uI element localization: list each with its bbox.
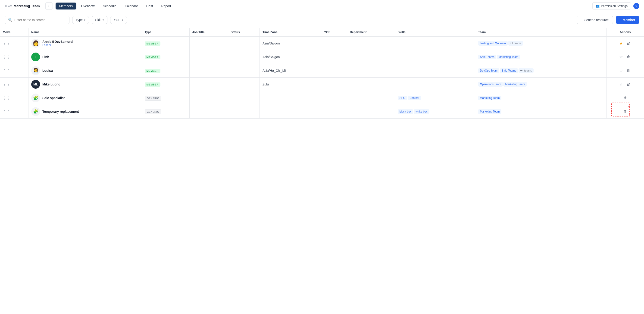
member-name: Linh: [42, 55, 49, 59]
cell-skills: SEOContent: [395, 91, 475, 105]
cell-job-title: [189, 50, 228, 64]
cell-status: [228, 91, 260, 105]
search-input[interactable]: [14, 18, 61, 22]
col-yoe: YOE: [321, 28, 347, 36]
cell-move: ⋮⋮: [0, 64, 28, 78]
cell-yoe: [321, 105, 347, 118]
cell-actions: ☆ 🗑: [606, 64, 644, 78]
member-name: Annie@DevSamurai: [42, 40, 73, 44]
cell-actions: 🗑: [606, 91, 644, 105]
type-badge: MEMBER: [145, 82, 160, 86]
cell-team: Marketing Team: [475, 105, 606, 118]
avatar: 🧩: [31, 107, 40, 116]
yoe-filter-button[interactable]: YOE ▾: [110, 16, 127, 24]
col-job-title: Job Title: [189, 28, 228, 36]
cell-team: Sale TeamsMarketing Team: [475, 50, 606, 64]
type-filter-label: Type: [76, 18, 83, 22]
drag-handle[interactable]: ⋮⋮: [3, 96, 10, 100]
drag-handle[interactable]: ⋮⋮: [3, 55, 10, 59]
team-tag: Testing and QA team: [478, 41, 508, 46]
tab-members[interactable]: Members: [56, 2, 76, 10]
actions-cell: 🗑: [609, 95, 641, 101]
skill-chevron-icon: ▾: [102, 18, 104, 22]
cell-timezone: [260, 105, 321, 118]
permission-settings-label: Permission Settings: [601, 4, 628, 8]
drag-handle[interactable]: ⋮⋮: [3, 69, 10, 73]
tab-calendar[interactable]: Calendar: [121, 2, 142, 10]
actions-cell: ☆ 🗑: [609, 81, 641, 87]
help-button[interactable]: ?: [633, 3, 639, 9]
drag-handle[interactable]: ⋮⋮: [3, 82, 10, 86]
drag-handle[interactable]: ⋮⋮: [3, 110, 10, 114]
team-tag-more: +1 teams: [508, 41, 524, 46]
member-cell: 🧩 Sale specialist: [31, 94, 139, 102]
cell-team: DevOps TeamSale Teams+4 teams: [475, 64, 606, 78]
delete-button[interactable]: 🗑: [626, 54, 631, 60]
skill-filter-button[interactable]: Skill ▾: [92, 16, 108, 24]
delete-button[interactable]: 🗑: [626, 81, 631, 87]
cell-name: L Linh: [28, 50, 142, 64]
star-button[interactable]: ☆: [619, 68, 623, 73]
cell-team: Operations TeamMarketing Team: [475, 78, 606, 91]
table-row: ⋮⋮ 🧩 Temporary replacement GENERIC black…: [0, 105, 644, 118]
actions-cell: ☆ 🗑: [609, 68, 641, 74]
team-tag: Marketing Team: [497, 55, 520, 59]
skill-tag: white-box: [414, 109, 429, 114]
actions-cell: ★ 🗑: [609, 40, 641, 46]
team-tag: Marketing Team: [478, 96, 502, 100]
star-button[interactable]: ☆: [619, 54, 623, 60]
cell-department: [347, 36, 395, 50]
delete-button[interactable]: 🗑: [622, 108, 628, 114]
cell-status: [228, 64, 260, 78]
cell-status: [228, 36, 260, 50]
table-row: ⋮⋮ 👩‍💼 Louisa MEMBER Asia/Ho_Chi_Mi DevO…: [0, 64, 644, 78]
tab-cost[interactable]: Cost: [142, 2, 157, 10]
delete-button[interactable]: 🗑: [626, 40, 631, 46]
cell-status: [228, 50, 260, 64]
cell-actions: ☆ 🗑: [606, 50, 644, 64]
tab-report[interactable]: Report: [158, 2, 175, 10]
member-cell: ML Mike Luong: [31, 80, 139, 89]
delete-container: 🗑: [622, 108, 628, 114]
permission-settings-button[interactable]: 👥 Permission Settings: [592, 2, 631, 10]
drag-handle[interactable]: ⋮⋮: [3, 42, 10, 46]
delete-button[interactable]: 🗑: [626, 68, 631, 74]
cell-skills: [395, 78, 475, 91]
cell-timezone: Asia/Saigon: [260, 36, 321, 50]
delete-container: 🗑: [622, 95, 628, 101]
cell-yoe: [321, 64, 347, 78]
delete-button[interactable]: 🗑: [622, 95, 628, 101]
skill-tag: SEO: [398, 96, 407, 100]
cell-department: [347, 64, 395, 78]
cell-type: MEMBER: [142, 50, 189, 64]
table-row: ⋮⋮ ML Mike Luong MEMBER Zulu Operations …: [0, 78, 644, 91]
team-name: Marketing Team: [14, 4, 40, 8]
top-nav: TEAM Marketing Team ← Members Overview S…: [0, 0, 644, 12]
star-button[interactable]: ☆: [619, 82, 623, 87]
cell-type: GENERIC: [142, 105, 189, 118]
tab-overview[interactable]: Overview: [77, 2, 98, 10]
col-name: Name: [28, 28, 142, 36]
table-row: ⋮⋮ L Linh MEMBER Asia/Saigon Sale TeamsM…: [0, 50, 644, 64]
back-button[interactable]: ←: [45, 2, 53, 10]
toolbar: 🔍 Type ▾ Skill ▾ YOE ▾ + Generic resourc…: [0, 12, 644, 28]
cell-type: MEMBER: [142, 78, 189, 91]
cell-team: Testing and QA team+1 teams: [475, 36, 606, 50]
member-cell: 🧩 Temporary replacement: [31, 107, 139, 116]
cell-move: ⋮⋮: [0, 78, 28, 91]
star-button[interactable]: ★: [619, 41, 623, 46]
avatar: 👩: [31, 39, 40, 48]
cell-name: ML Mike Luong: [28, 78, 142, 91]
col-department: Department: [347, 28, 395, 36]
cell-move: ⋮⋮: [0, 91, 28, 105]
actions-cell: 🗑: [609, 108, 641, 114]
cell-skills: [395, 36, 475, 50]
generic-resource-button[interactable]: + Generic resource: [577, 16, 613, 24]
team-tag: Sale Teams: [478, 55, 496, 59]
team-tag-more: +4 teams: [518, 68, 534, 73]
tab-schedule[interactable]: Schedule: [99, 2, 120, 10]
cell-job-title: [189, 78, 228, 91]
add-member-button[interactable]: + Member: [616, 16, 639, 24]
type-filter-button[interactable]: Type ▾: [72, 16, 89, 24]
cell-name: 🧩 Sale specialist: [28, 91, 142, 105]
